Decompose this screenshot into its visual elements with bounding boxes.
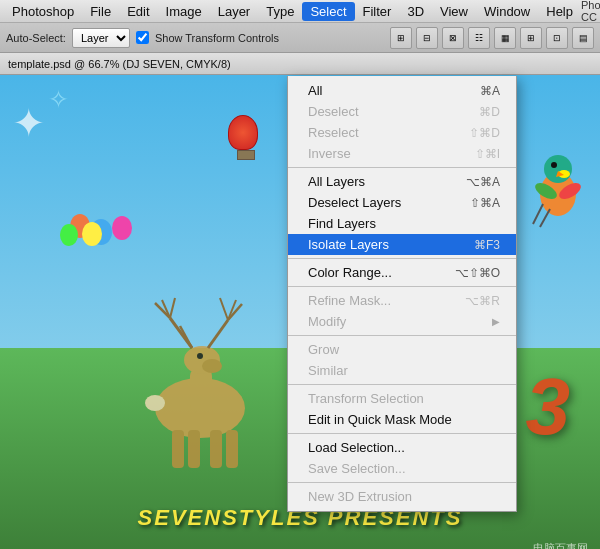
menu-color-range[interactable]: Color Range... ⌥⇧⌘O: [288, 262, 516, 283]
menu-image[interactable]: Image: [158, 2, 210, 21]
menu-similar-label: Similar: [308, 363, 348, 378]
app-title: Photoshop CC: [581, 0, 600, 23]
menu-all-layers[interactable]: All Layers ⌥⌘A: [288, 171, 516, 192]
align-icon-4[interactable]: ☷: [468, 27, 490, 49]
align-icon-3[interactable]: ⊠: [442, 27, 464, 49]
menu-select[interactable]: Select: [302, 2, 354, 21]
menu-color-range-label: Color Range...: [308, 265, 392, 280]
align-icon-7[interactable]: ⊡: [546, 27, 568, 49]
menu-window[interactable]: Window: [476, 2, 538, 21]
menu-deselect: Deselect ⌘D: [288, 101, 516, 122]
menu-help[interactable]: Help: [538, 2, 581, 21]
menu-color-range-shortcut: ⌥⇧⌘O: [455, 266, 500, 280]
svg-rect-16: [210, 430, 222, 468]
options-toolbar: Auto-Select: Layer Show Transform Contro…: [0, 23, 600, 53]
document-titlebar: template.psd @ 66.7% (DJ SEVEN, CMYK/8): [0, 53, 600, 75]
align-icon-6[interactable]: ⊞: [520, 27, 542, 49]
menu-inverse-label: Inverse: [308, 146, 351, 161]
watermark: 电脑百事网: [533, 541, 588, 549]
menu-all-label: All: [308, 83, 322, 98]
align-icon-8[interactable]: ▤: [572, 27, 594, 49]
menu-isolate-layers[interactable]: Isolate Layers ⌘F3: [288, 234, 516, 255]
svg-point-4: [197, 353, 203, 359]
menu-deselect-shortcut: ⌘D: [479, 105, 500, 119]
menu-3d[interactable]: 3D: [399, 2, 432, 21]
menu-grow: Grow: [288, 339, 516, 360]
menu-view[interactable]: View: [432, 2, 476, 21]
separator-3: [288, 286, 516, 287]
svg-rect-15: [188, 430, 200, 468]
menu-reselect-shortcut: ⇧⌘D: [469, 126, 500, 140]
menu-inverse-shortcut: ⇧⌘I: [475, 147, 500, 161]
svg-rect-17: [226, 430, 238, 468]
svg-point-20: [544, 155, 572, 183]
svg-line-24: [533, 204, 543, 224]
menu-similar: Similar: [288, 360, 516, 381]
menu-new-3d-extrusion-label: New 3D Extrusion: [308, 489, 412, 504]
menu-find-layers-label: Find Layers: [308, 216, 376, 231]
menu-load-selection[interactable]: Load Selection...: [288, 437, 516, 458]
auto-select-label: Auto-Select:: [6, 32, 66, 44]
separator-4: [288, 335, 516, 336]
menu-all-shortcut: ⌘A: [480, 84, 500, 98]
menu-reselect-label: Reselect: [308, 125, 359, 140]
menu-layer[interactable]: Layer: [210, 2, 259, 21]
menu-transform-selection-label: Transform Selection: [308, 391, 424, 406]
svg-point-22: [551, 162, 557, 168]
menu-deselect-label: Deselect: [308, 104, 359, 119]
svg-rect-1: [190, 368, 212, 413]
align-icon-2[interactable]: ⊟: [416, 27, 438, 49]
menu-modify-label: Modify: [308, 314, 346, 329]
menu-save-selection: Save Selection...: [288, 458, 516, 479]
menu-quick-mask[interactable]: Edit in Quick Mask Mode: [288, 409, 516, 430]
align-icon-5[interactable]: ▦: [494, 27, 516, 49]
menu-transform-selection: Transform Selection: [288, 388, 516, 409]
menu-save-selection-label: Save Selection...: [308, 461, 406, 476]
hot-air-balloon: [228, 115, 263, 160]
menu-inverse: Inverse ⇧⌘I: [288, 143, 516, 164]
menu-all-layers-shortcut: ⌥⌘A: [466, 175, 500, 189]
separator-6: [288, 433, 516, 434]
menu-refine-mask-label: Refine Mask...: [308, 293, 391, 308]
menu-filter[interactable]: Filter: [355, 2, 400, 21]
menu-isolate-layers-label: Isolate Layers: [308, 237, 389, 252]
menu-file[interactable]: File: [82, 2, 119, 21]
svg-line-11: [228, 304, 242, 320]
document-title: template.psd @ 66.7% (DJ SEVEN, CMYK/8): [8, 58, 231, 70]
fireworks-left2: ✧: [48, 85, 69, 114]
svg-line-8: [170, 298, 175, 318]
menu-type[interactable]: Type: [258, 2, 302, 21]
deer: [120, 288, 280, 472]
select-dropdown-menu: All ⌘A Deselect ⌘D Reselect ⇧⌘D Inverse …: [287, 76, 517, 512]
menu-load-selection-label: Load Selection...: [308, 440, 405, 455]
svg-line-10: [208, 320, 228, 348]
number-overlay: 3: [526, 367, 571, 447]
toolbar-options: ⊞ ⊟ ⊠ ☷ ▦ ⊞ ⊡ ▤: [390, 27, 594, 49]
show-transform-label: Show Transform Controls: [155, 32, 279, 44]
menu-grow-label: Grow: [308, 342, 339, 357]
align-icon-1[interactable]: ⊞: [390, 27, 412, 49]
svg-rect-14: [172, 430, 184, 468]
menu-refine-mask: Refine Mask... ⌥⌘R: [288, 290, 516, 311]
separator-7: [288, 482, 516, 483]
show-transform-checkbox[interactable]: [136, 31, 149, 44]
menu-modify-arrow: ▶: [492, 316, 500, 327]
menu-reselect: Reselect ⇧⌘D: [288, 122, 516, 143]
menu-new-3d-extrusion: New 3D Extrusion: [288, 486, 516, 507]
menu-all[interactable]: All ⌘A: [288, 80, 516, 101]
svg-point-18: [145, 395, 165, 411]
menu-isolate-layers-shortcut: ⌘F3: [474, 238, 500, 252]
fireworks-left: ✦: [12, 100, 46, 146]
menu-refine-mask-shortcut: ⌥⌘R: [465, 294, 500, 308]
parrot: [528, 149, 588, 229]
separator-2: [288, 258, 516, 259]
auto-select-dropdown[interactable]: Layer: [72, 28, 130, 48]
menu-quick-mask-label: Edit in Quick Mask Mode: [308, 412, 452, 427]
menu-photoshop[interactable]: Photoshop: [4, 2, 82, 21]
menu-deselect-layers[interactable]: Deselect Layers ⇧⌘A: [288, 192, 516, 213]
menu-all-layers-label: All Layers: [308, 174, 365, 189]
menu-edit[interactable]: Edit: [119, 2, 157, 21]
menu-modify: Modify ▶: [288, 311, 516, 332]
menu-find-layers[interactable]: Find Layers: [288, 213, 516, 234]
svg-line-9: [180, 326, 192, 348]
